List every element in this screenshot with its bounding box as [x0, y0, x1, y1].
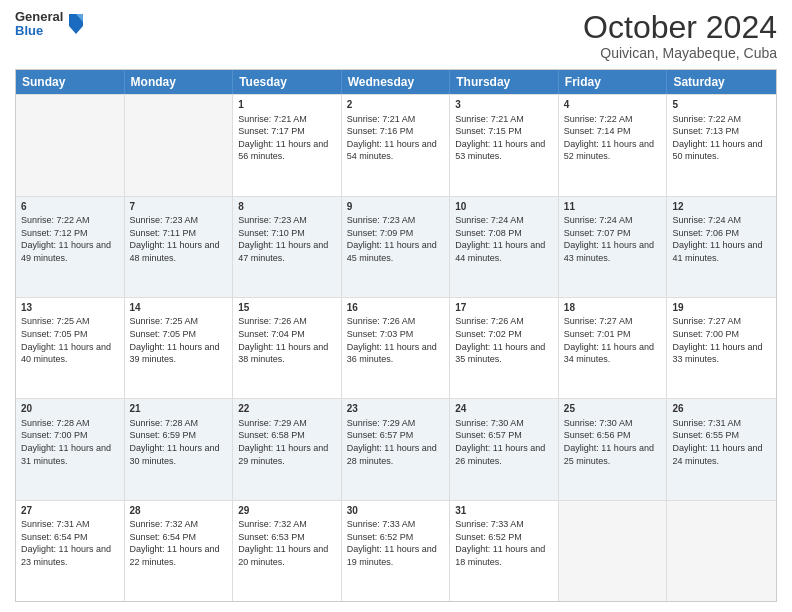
- day-info: Sunrise: 7:26 AMSunset: 7:02 PMDaylight:…: [455, 315, 553, 365]
- day-info: Sunrise: 7:32 AMSunset: 6:54 PMDaylight:…: [130, 518, 228, 568]
- day-info: Sunrise: 7:22 AMSunset: 7:14 PMDaylight:…: [564, 113, 662, 163]
- day-number: 1: [238, 98, 336, 112]
- calendar-cell-day-15: 15Sunrise: 7:26 AMSunset: 7:04 PMDayligh…: [233, 298, 342, 398]
- day-number: 19: [672, 301, 771, 315]
- day-info: Sunrise: 7:33 AMSunset: 6:52 PMDaylight:…: [347, 518, 445, 568]
- calendar-cell-day-21: 21Sunrise: 7:28 AMSunset: 6:59 PMDayligh…: [125, 399, 234, 499]
- day-number: 22: [238, 402, 336, 416]
- calendar-cell-day-9: 9Sunrise: 7:23 AMSunset: 7:09 PMDaylight…: [342, 197, 451, 297]
- day-number: 30: [347, 504, 445, 518]
- day-number: 24: [455, 402, 553, 416]
- calendar-cell-day-8: 8Sunrise: 7:23 AMSunset: 7:10 PMDaylight…: [233, 197, 342, 297]
- calendar-cell-day-7: 7Sunrise: 7:23 AMSunset: 7:11 PMDaylight…: [125, 197, 234, 297]
- location: Quivican, Mayabeque, Cuba: [583, 45, 777, 61]
- calendar-header-day-sunday: Sunday: [16, 70, 125, 94]
- day-info: Sunrise: 7:33 AMSunset: 6:52 PMDaylight:…: [455, 518, 553, 568]
- day-number: 2: [347, 98, 445, 112]
- day-number: 6: [21, 200, 119, 214]
- calendar-cell-day-5: 5Sunrise: 7:22 AMSunset: 7:13 PMDaylight…: [667, 95, 776, 195]
- calendar-cell-day-27: 27Sunrise: 7:31 AMSunset: 6:54 PMDayligh…: [16, 501, 125, 601]
- calendar-cell-day-20: 20Sunrise: 7:28 AMSunset: 7:00 PMDayligh…: [16, 399, 125, 499]
- day-info: Sunrise: 7:31 AMSunset: 6:54 PMDaylight:…: [21, 518, 119, 568]
- day-info: Sunrise: 7:30 AMSunset: 6:56 PMDaylight:…: [564, 417, 662, 467]
- calendar-cell-day-2: 2Sunrise: 7:21 AMSunset: 7:16 PMDaylight…: [342, 95, 451, 195]
- calendar-header-day-thursday: Thursday: [450, 70, 559, 94]
- logo-text: General Blue: [15, 10, 63, 39]
- calendar-header-day-monday: Monday: [125, 70, 234, 94]
- calendar-cell-day-12: 12Sunrise: 7:24 AMSunset: 7:06 PMDayligh…: [667, 197, 776, 297]
- day-number: 31: [455, 504, 553, 518]
- day-number: 9: [347, 200, 445, 214]
- day-info: Sunrise: 7:23 AMSunset: 7:10 PMDaylight:…: [238, 214, 336, 264]
- calendar-cell-day-6: 6Sunrise: 7:22 AMSunset: 7:12 PMDaylight…: [16, 197, 125, 297]
- day-info: Sunrise: 7:24 AMSunset: 7:07 PMDaylight:…: [564, 214, 662, 264]
- day-number: 28: [130, 504, 228, 518]
- calendar-cell-day-14: 14Sunrise: 7:25 AMSunset: 7:05 PMDayligh…: [125, 298, 234, 398]
- calendar-header-day-tuesday: Tuesday: [233, 70, 342, 94]
- day-info: Sunrise: 7:21 AMSunset: 7:16 PMDaylight:…: [347, 113, 445, 163]
- calendar-cell-day-18: 18Sunrise: 7:27 AMSunset: 7:01 PMDayligh…: [559, 298, 668, 398]
- day-info: Sunrise: 7:25 AMSunset: 7:05 PMDaylight:…: [21, 315, 119, 365]
- day-number: 3: [455, 98, 553, 112]
- calendar-cell-day-25: 25Sunrise: 7:30 AMSunset: 6:56 PMDayligh…: [559, 399, 668, 499]
- calendar-week-4: 20Sunrise: 7:28 AMSunset: 7:00 PMDayligh…: [16, 398, 776, 499]
- day-info: Sunrise: 7:21 AMSunset: 7:17 PMDaylight:…: [238, 113, 336, 163]
- day-number: 21: [130, 402, 228, 416]
- calendar-cell-empty: [559, 501, 668, 601]
- calendar-cell-day-16: 16Sunrise: 7:26 AMSunset: 7:03 PMDayligh…: [342, 298, 451, 398]
- calendar-week-5: 27Sunrise: 7:31 AMSunset: 6:54 PMDayligh…: [16, 500, 776, 601]
- day-number: 4: [564, 98, 662, 112]
- day-info: Sunrise: 7:26 AMSunset: 7:04 PMDaylight:…: [238, 315, 336, 365]
- day-info: Sunrise: 7:28 AMSunset: 6:59 PMDaylight:…: [130, 417, 228, 467]
- day-info: Sunrise: 7:24 AMSunset: 7:08 PMDaylight:…: [455, 214, 553, 264]
- calendar-cell-day-28: 28Sunrise: 7:32 AMSunset: 6:54 PMDayligh…: [125, 501, 234, 601]
- day-number: 17: [455, 301, 553, 315]
- day-number: 11: [564, 200, 662, 214]
- day-info: Sunrise: 7:31 AMSunset: 6:55 PMDaylight:…: [672, 417, 771, 467]
- day-info: Sunrise: 7:29 AMSunset: 6:57 PMDaylight:…: [347, 417, 445, 467]
- calendar-week-3: 13Sunrise: 7:25 AMSunset: 7:05 PMDayligh…: [16, 297, 776, 398]
- day-info: Sunrise: 7:22 AMSunset: 7:13 PMDaylight:…: [672, 113, 771, 163]
- day-number: 27: [21, 504, 119, 518]
- calendar-cell-day-23: 23Sunrise: 7:29 AMSunset: 6:57 PMDayligh…: [342, 399, 451, 499]
- calendar-cell-day-11: 11Sunrise: 7:24 AMSunset: 7:07 PMDayligh…: [559, 197, 668, 297]
- calendar-cell-day-13: 13Sunrise: 7:25 AMSunset: 7:05 PMDayligh…: [16, 298, 125, 398]
- calendar-body: 1Sunrise: 7:21 AMSunset: 7:17 PMDaylight…: [16, 94, 776, 601]
- calendar-cell-day-10: 10Sunrise: 7:24 AMSunset: 7:08 PMDayligh…: [450, 197, 559, 297]
- day-info: Sunrise: 7:27 AMSunset: 7:00 PMDaylight:…: [672, 315, 771, 365]
- day-number: 8: [238, 200, 336, 214]
- calendar-cell-day-22: 22Sunrise: 7:29 AMSunset: 6:58 PMDayligh…: [233, 399, 342, 499]
- day-info: Sunrise: 7:25 AMSunset: 7:05 PMDaylight:…: [130, 315, 228, 365]
- header: General Blue October 2024 Quivican, Maya…: [15, 10, 777, 61]
- calendar-cell-day-1: 1Sunrise: 7:21 AMSunset: 7:17 PMDaylight…: [233, 95, 342, 195]
- calendar-cell-day-24: 24Sunrise: 7:30 AMSunset: 6:57 PMDayligh…: [450, 399, 559, 499]
- day-number: 5: [672, 98, 771, 112]
- day-number: 12: [672, 200, 771, 214]
- day-number: 13: [21, 301, 119, 315]
- logo-icon: [67, 12, 85, 36]
- day-number: 29: [238, 504, 336, 518]
- logo: General Blue: [15, 10, 85, 39]
- day-info: Sunrise: 7:30 AMSunset: 6:57 PMDaylight:…: [455, 417, 553, 467]
- calendar-cell-day-26: 26Sunrise: 7:31 AMSunset: 6:55 PMDayligh…: [667, 399, 776, 499]
- calendar-cell-day-30: 30Sunrise: 7:33 AMSunset: 6:52 PMDayligh…: [342, 501, 451, 601]
- day-number: 15: [238, 301, 336, 315]
- day-number: 25: [564, 402, 662, 416]
- calendar-week-1: 1Sunrise: 7:21 AMSunset: 7:17 PMDaylight…: [16, 94, 776, 195]
- month-title: October 2024: [583, 10, 777, 45]
- calendar-cell-day-29: 29Sunrise: 7:32 AMSunset: 6:53 PMDayligh…: [233, 501, 342, 601]
- calendar-cell-day-3: 3Sunrise: 7:21 AMSunset: 7:15 PMDaylight…: [450, 95, 559, 195]
- calendar-cell-day-31: 31Sunrise: 7:33 AMSunset: 6:52 PMDayligh…: [450, 501, 559, 601]
- page: General Blue October 2024 Quivican, Maya…: [0, 0, 792, 612]
- calendar-header-day-wednesday: Wednesday: [342, 70, 451, 94]
- day-info: Sunrise: 7:27 AMSunset: 7:01 PMDaylight:…: [564, 315, 662, 365]
- logo-general: General: [15, 10, 63, 24]
- day-number: 16: [347, 301, 445, 315]
- day-info: Sunrise: 7:24 AMSunset: 7:06 PMDaylight:…: [672, 214, 771, 264]
- day-info: Sunrise: 7:22 AMSunset: 7:12 PMDaylight:…: [21, 214, 119, 264]
- calendar-cell-day-17: 17Sunrise: 7:26 AMSunset: 7:02 PMDayligh…: [450, 298, 559, 398]
- day-info: Sunrise: 7:32 AMSunset: 6:53 PMDaylight:…: [238, 518, 336, 568]
- day-info: Sunrise: 7:23 AMSunset: 7:09 PMDaylight:…: [347, 214, 445, 264]
- day-number: 18: [564, 301, 662, 315]
- calendar-header-row: SundayMondayTuesdayWednesdayThursdayFrid…: [16, 70, 776, 94]
